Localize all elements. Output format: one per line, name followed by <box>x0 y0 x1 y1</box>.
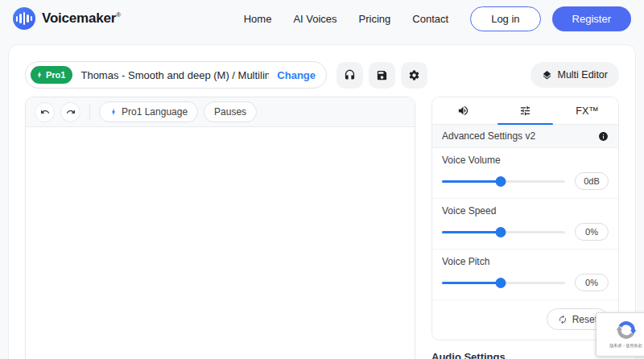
volume-icon <box>457 105 469 117</box>
voice-speed-slider-thumb[interactable] <box>496 227 506 237</box>
headphones-icon <box>344 69 356 81</box>
pro1-badge-label: Pro1 <box>46 70 65 80</box>
nav-links: Home AI Voices Pricing Contact Log in Re… <box>244 6 631 31</box>
recaptcha-icon <box>616 320 637 340</box>
voice-pitch-control: Voice Pitch 0% <box>432 250 618 300</box>
voice-pitch-value: 0% <box>575 274 609 291</box>
redo-button[interactable] <box>60 102 80 122</box>
voice-speed-slider[interactable] <box>442 226 565 237</box>
save-button[interactable] <box>369 62 395 89</box>
voice-volume-slider-thumb[interactable] <box>496 176 506 187</box>
listen-button[interactable] <box>336 62 363 89</box>
redo-icon <box>66 107 76 117</box>
undo-button[interactable] <box>35 102 55 122</box>
navbar: Voicemaker® Home AI Voices Pricing Conta… <box>0 0 644 37</box>
voice-pitch-slider-thumb[interactable] <box>496 278 506 288</box>
text-editor-area[interactable] <box>26 127 415 359</box>
panel-header: Advanced Settings v2 <box>432 125 618 148</box>
change-voice-link[interactable]: Change <box>277 69 316 81</box>
voice-speed-label: Voice Speed <box>442 205 609 217</box>
voice-volume-value: 0dB <box>575 172 609 190</box>
tune-sliders-icon <box>519 105 531 117</box>
reset-row: Reset <box>432 300 618 340</box>
recaptcha-terms[interactable]: 隐私权 - 使用条款 <box>610 343 642 349</box>
registered-mark: ® <box>116 11 121 19</box>
info-icon[interactable] <box>598 131 609 142</box>
reset-label: Reset <box>572 314 597 325</box>
nav-ai-voices[interactable]: AI Voices <box>293 13 336 25</box>
settings-panel: FX™ Advanced Settings v2 Voice Volume 0d… <box>431 97 619 340</box>
voice-toolbar: Pro1 Thomas - Smooth and deep (M) / Mult… <box>25 61 619 89</box>
settings-tabs: FX™ <box>432 97 618 125</box>
content-row: Pro1 Language Pauses FX™ <box>25 97 619 359</box>
brand-name: Voicemaker® <box>42 10 121 27</box>
panel-header-title: Advanced Settings v2 <box>442 130 535 142</box>
recaptcha-badge[interactable]: 隐私权 - 使用条款 <box>596 312 644 357</box>
layers-icon <box>542 70 552 80</box>
undo-icon <box>40 107 50 117</box>
lightning-icon <box>109 108 118 116</box>
login-button[interactable]: Log in <box>470 6 540 31</box>
save-icon <box>376 69 388 81</box>
editor-toolbar: Pro1 Language Pauses <box>26 97 415 127</box>
multi-editor-button[interactable]: Multi Editor <box>530 62 619 88</box>
tab-volume[interactable] <box>432 97 494 124</box>
toolbar-divider <box>89 105 90 119</box>
voicemaker-logo-icon <box>13 7 35 30</box>
audio-settings-section: Audio Settings MP3 - 48000Hz Change <box>431 351 619 359</box>
nav-pricing[interactable]: Pricing <box>359 13 391 25</box>
voice-pitch-label: Voice Pitch <box>442 256 609 267</box>
multi-editor-label: Multi Editor <box>557 69 608 80</box>
selected-voice-name: Thomas - Smooth and deep (M) / Multiling… <box>80 69 269 81</box>
lightning-icon <box>35 71 43 79</box>
reset-icon <box>558 315 568 324</box>
gear-icon <box>408 69 420 81</box>
editor-panel: Pro1 Language Pauses <box>25 97 415 359</box>
voice-speed-value: 0% <box>575 223 609 241</box>
voice-settings-button[interactable] <box>401 62 427 89</box>
main-card: Pro1 Thomas - Smooth and deep (M) / Mult… <box>8 44 636 359</box>
audio-settings-title: Audio Settings <box>431 351 619 359</box>
brand[interactable]: Voicemaker® <box>13 7 121 30</box>
tab-fx[interactable]: FX™ <box>556 97 618 124</box>
voice-speed-control: Voice Speed 0% <box>432 199 618 250</box>
right-column: FX™ Advanced Settings v2 Voice Volume 0d… <box>431 97 619 359</box>
pro1-language-button[interactable]: Pro1 Language <box>99 101 198 122</box>
voice-pitch-slider[interactable] <box>442 277 565 288</box>
pauses-button[interactable]: Pauses <box>204 101 257 122</box>
voice-volume-control: Voice Volume 0dB <box>432 148 618 199</box>
nav-home[interactable]: Home <box>244 13 272 25</box>
voice-selector[interactable]: Pro1 Thomas - Smooth and deep (M) / Mult… <box>25 61 327 89</box>
pro1-badge: Pro1 <box>31 66 72 84</box>
voice-volume-slider[interactable] <box>442 175 565 187</box>
nav-contact[interactable]: Contact <box>412 13 448 25</box>
voice-volume-label: Voice Volume <box>442 155 609 166</box>
pauses-label: Pauses <box>214 106 246 118</box>
tab-advanced-settings[interactable] <box>494 97 556 124</box>
pro1-language-label: Pro1 Language <box>122 106 188 118</box>
register-button[interactable]: Register <box>552 6 631 31</box>
